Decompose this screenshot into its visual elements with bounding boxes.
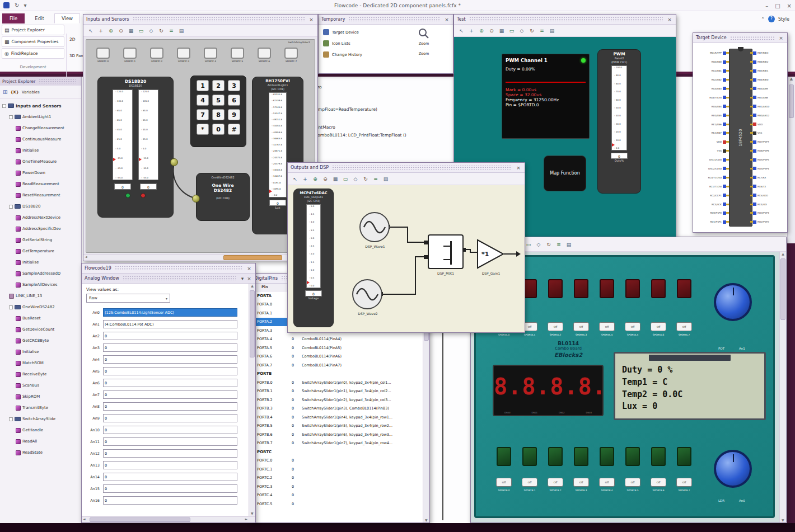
zoom-control[interactable]: Zoom Zoom: [418, 28, 429, 56]
scroll-up-icon[interactable]: ▲: [251, 284, 254, 288]
tab-file[interactable]: File: [2, 13, 25, 23]
cursor-icon[interactable]: ↖: [291, 175, 300, 183]
temporary-option[interactable]: Icon Lists: [323, 40, 362, 46]
pin-row[interactable]: PORTA.70ComboBL0114(PinA7): [251, 361, 423, 370]
board-button-sportb-0[interactable]: Off: [496, 478, 512, 487]
tab-view[interactable]: View: [54, 13, 80, 23]
tree-item[interactable]: OneTimeMeasure: [0, 156, 81, 167]
pin-row[interactable]: PORTC.40: [251, 491, 423, 500]
scroll-right-icon[interactable]: ►: [245, 517, 247, 521]
zoom-in-icon[interactable]: ⊕: [106, 26, 115, 35]
onewire-component[interactable]: OneWireDS2482 One Wire DS2482 (I2C CH4): [196, 173, 250, 221]
minimize-icon[interactable]: –: [765, 3, 768, 9]
board-button-sportb-4[interactable]: Off: [599, 478, 615, 487]
scroll-down-icon[interactable]: ▼: [782, 518, 784, 522]
pin-icon[interactable]: ▾: [239, 276, 246, 281]
tree-item[interactable]: ReadAll: [0, 436, 81, 447]
scroll-down-icon[interactable]: ▼: [425, 518, 428, 522]
tree-item[interactable]: Initialise: [0, 257, 81, 268]
port-group-row[interactable]: ▸PORTC: [251, 448, 423, 456]
pan-icon[interactable]: +: [467, 26, 476, 35]
analog-value-field[interactable]: 0: [103, 426, 237, 434]
tree-item[interactable]: ReadState: [0, 447, 81, 458]
analog-value-field[interactable]: 0: [103, 390, 237, 399]
scrollbar-thumb[interactable]: [250, 290, 255, 357]
tree-item[interactable]: ChangeMeasurement: [0, 123, 81, 134]
grid-icon[interactable]: ▦: [497, 26, 506, 35]
project-explorer-button[interactable]: ▤Project Explorer: [2, 25, 64, 35]
layout-icon[interactable]: ▤: [548, 26, 556, 35]
tree-item[interactable]: Initialise: [0, 145, 81, 156]
close-icon[interactable]: ×: [666, 17, 673, 22]
expand-icon[interactable]: [9, 417, 13, 421]
window-titlebar[interactable]: Inputs and Sensors ×: [83, 15, 317, 25]
analog-value-field[interactable]: 0: [103, 461, 237, 469]
switch-component[interactable]: SPORTC.4: [199, 48, 222, 63]
pin-row[interactable]: PORTC.30: [251, 482, 423, 491]
tree-item[interactable]: GetHandle: [0, 425, 81, 436]
cursor-icon[interactable]: ↖: [457, 26, 466, 35]
component-properties-button[interactable]: ▦Component Properties: [2, 36, 64, 47]
map-function-component[interactable]: Map Function: [544, 156, 586, 191]
keypad-key-9[interactable]: 9: [228, 109, 240, 120]
expand-icon[interactable]: [9, 205, 13, 209]
close-icon[interactable]: ×: [787, 3, 792, 9]
layout-icon[interactable]: ▤: [564, 240, 573, 248]
tree-item[interactable]: AddressSpecificDev: [0, 223, 81, 234]
variables-label[interactable]: Variables: [22, 90, 40, 95]
tree-item[interactable]: PowerDown: [0, 167, 81, 178]
tree-item[interactable]: TransmitByte: [0, 402, 81, 413]
switch-component[interactable]: SPORTC.3: [172, 48, 195, 63]
board-button-sportb-1[interactable]: Off: [522, 478, 537, 487]
board-button-sporta-4[interactable]: Off: [599, 322, 615, 331]
lux-value[interactable]: 0: [269, 200, 286, 206]
expand-icon[interactable]: [9, 305, 13, 309]
tab-edit[interactable]: Edit: [27, 13, 51, 23]
push-switch[interactable]: [96, 48, 110, 59]
zoom-in-icon[interactable]: ⊕: [477, 26, 486, 35]
pan-icon[interactable]: +: [301, 175, 310, 183]
pin-row[interactable]: PORTC.20: [251, 474, 423, 483]
scroll-left-icon[interactable]: ◄: [85, 255, 87, 258]
window-titlebar[interactable]: Flowcode19 ×: [82, 263, 255, 274]
pin-row[interactable]: PORTB.50SwitchArraySlider1(pin5), keypad…: [251, 422, 423, 431]
keypad-key-4[interactable]: 4: [197, 95, 209, 106]
refresh-icon[interactable]: ↻: [527, 26, 536, 35]
shape-icon[interactable]: ◇: [351, 175, 360, 183]
list-icon[interactable]: ≡: [537, 26, 546, 35]
tree-item[interactable]: GetDeviceCount: [0, 324, 81, 335]
dsp-wave1-component[interactable]: [359, 212, 390, 242]
keypad-key-star[interactable]: *: [197, 124, 209, 135]
analog-value-field[interactable]: 0: [103, 332, 237, 340]
dsp-wave2-component[interactable]: [352, 279, 382, 309]
project-explorer-header[interactable]: Project Explorer: [0, 77, 81, 86]
zoom-out-icon[interactable]: ⊖: [116, 26, 125, 35]
board-button-sportb-2[interactable]: Off: [548, 478, 563, 487]
panel-icon[interactable]: ▭: [507, 26, 516, 35]
dock-titlebar[interactable]: Analog Window ▾ ×: [82, 274, 255, 284]
tree-item[interactable]: ScanBus: [0, 380, 81, 391]
analog-value-field[interactable]: 0: [103, 355, 237, 364]
close-icon[interactable]: ×: [246, 276, 252, 281]
pin-row[interactable]: PORTC.10: [251, 465, 423, 474]
push-switch[interactable]: [150, 48, 163, 59]
ribbon-collapse-icon[interactable]: ⌃: [761, 17, 765, 22]
keypad-key-hash[interactable]: #: [228, 124, 240, 135]
push-switch[interactable]: [231, 48, 244, 59]
tree-item[interactable]: Initialise: [0, 346, 81, 357]
onewire-bus-node[interactable]: [192, 195, 200, 203]
close-icon[interactable]: ×: [778, 35, 784, 41]
refresh-icon[interactable]: ↻: [544, 240, 553, 248]
layout-icon[interactable]: ▤: [177, 26, 186, 35]
keypad-key-5[interactable]: 5: [212, 95, 225, 106]
pwm-slider-component[interactable]: PWM Panel2 (PWM CH1) 100.090.080.070.060…: [597, 49, 641, 194]
analog-value-field[interactable]: (4:ComboBL0114:Pot ADC): [103, 320, 237, 328]
analog-value-field[interactable]: 0: [103, 473, 237, 481]
switch-component[interactable]: SPORTC.1: [119, 48, 141, 63]
zoom-in-icon[interactable]: ⊕: [311, 175, 320, 183]
onewire-bus-node[interactable]: [170, 158, 178, 166]
port-group-row[interactable]: ▸PORTB: [251, 370, 423, 379]
pin-row[interactable]: PORTB.60SwitchArraySlider1(pin6), keypad…: [251, 430, 423, 439]
refresh-icon[interactable]: ↻: [157, 26, 166, 35]
expand-icon[interactable]: [9, 115, 13, 119]
